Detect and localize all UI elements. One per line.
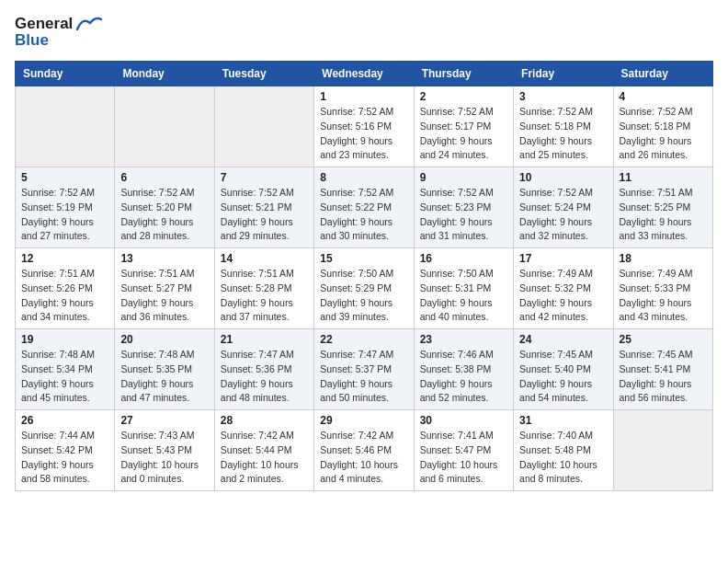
day-number: 26 xyxy=(21,414,108,427)
logo-bird-icon xyxy=(75,15,103,33)
calendar-cell: 23 Sunrise: 7:46 AMSunset: 5:38 PMDaylig… xyxy=(414,329,513,410)
calendar-cell: 3 Sunrise: 7:52 AMSunset: 5:18 PMDayligh… xyxy=(514,86,613,167)
calendar-cell: 17 Sunrise: 7:49 AMSunset: 5:32 PMDaylig… xyxy=(514,248,613,329)
day-info: Sunrise: 7:52 AMSunset: 5:22 PMDaylight:… xyxy=(320,186,407,244)
day-number: 16 xyxy=(420,252,507,265)
day-number: 1 xyxy=(320,90,407,103)
calendar-cell: 25 Sunrise: 7:45 AMSunset: 5:41 PMDaylig… xyxy=(613,329,712,410)
day-number: 28 xyxy=(221,414,308,427)
calendar-cell xyxy=(214,86,313,167)
calendar-cell: 1 Sunrise: 7:52 AMSunset: 5:16 PMDayligh… xyxy=(314,86,414,167)
day-number: 22 xyxy=(320,333,407,346)
calendar-week-row: 5 Sunrise: 7:52 AMSunset: 5:19 PMDayligh… xyxy=(16,167,713,248)
calendar-cell: 14 Sunrise: 7:51 AMSunset: 5:28 PMDaylig… xyxy=(214,248,313,329)
day-number: 2 xyxy=(420,90,507,103)
calendar-cell: 12 Sunrise: 7:51 AMSunset: 5:26 PMDaylig… xyxy=(16,248,115,329)
day-info: Sunrise: 7:43 AMSunset: 5:43 PMDaylight:… xyxy=(120,429,208,487)
day-number: 7 xyxy=(221,171,308,184)
calendar-cell: 13 Sunrise: 7:51 AMSunset: 5:27 PMDaylig… xyxy=(115,248,214,329)
day-number: 12 xyxy=(21,252,108,265)
day-number: 21 xyxy=(221,333,308,346)
calendar-cell: 30 Sunrise: 7:41 AMSunset: 5:47 PMDaylig… xyxy=(414,410,513,491)
day-info: Sunrise: 7:46 AMSunset: 5:38 PMDaylight:… xyxy=(420,348,507,406)
calendar-cell: 19 Sunrise: 7:48 AMSunset: 5:34 PMDaylig… xyxy=(16,329,115,410)
calendar-cell xyxy=(115,86,214,167)
calendar-cell: 18 Sunrise: 7:49 AMSunset: 5:33 PMDaylig… xyxy=(613,248,712,329)
calendar-week-row: 19 Sunrise: 7:48 AMSunset: 5:34 PMDaylig… xyxy=(16,329,713,410)
calendar-cell: 9 Sunrise: 7:52 AMSunset: 5:23 PMDayligh… xyxy=(414,167,513,248)
day-info: Sunrise: 7:44 AMSunset: 5:42 PMDaylight:… xyxy=(21,429,108,487)
calendar-cell: 2 Sunrise: 7:52 AMSunset: 5:17 PMDayligh… xyxy=(414,86,513,167)
day-number: 29 xyxy=(320,414,407,427)
day-info: Sunrise: 7:49 AMSunset: 5:33 PMDaylight:… xyxy=(620,267,707,325)
day-info: Sunrise: 7:47 AMSunset: 5:36 PMDaylight:… xyxy=(221,348,308,406)
calendar-cell: 8 Sunrise: 7:52 AMSunset: 5:22 PMDayligh… xyxy=(314,167,414,248)
calendar-week-row: 26 Sunrise: 7:44 AMSunset: 5:42 PMDaylig… xyxy=(16,410,713,491)
calendar-cell: 16 Sunrise: 7:50 AMSunset: 5:31 PMDaylig… xyxy=(414,248,513,329)
weekday-header-tuesday: Tuesday xyxy=(214,62,313,86)
weekday-header-saturday: Saturday xyxy=(613,62,712,86)
logo: General Blue xyxy=(15,15,103,50)
day-info: Sunrise: 7:51 AMSunset: 5:27 PMDaylight:… xyxy=(120,267,208,325)
day-number: 11 xyxy=(620,171,707,184)
day-number: 17 xyxy=(519,252,607,265)
calendar-cell: 7 Sunrise: 7:52 AMSunset: 5:21 PMDayligh… xyxy=(214,167,313,248)
day-info: Sunrise: 7:52 AMSunset: 5:16 PMDaylight:… xyxy=(320,105,407,163)
day-info: Sunrise: 7:50 AMSunset: 5:29 PMDaylight:… xyxy=(320,267,407,325)
day-number: 25 xyxy=(620,333,707,346)
logo-general: General xyxy=(15,15,73,33)
calendar-cell: 15 Sunrise: 7:50 AMSunset: 5:29 PMDaylig… xyxy=(314,248,414,329)
day-info: Sunrise: 7:51 AMSunset: 5:28 PMDaylight:… xyxy=(221,267,308,325)
day-info: Sunrise: 7:48 AMSunset: 5:35 PMDaylight:… xyxy=(120,348,208,406)
day-number: 23 xyxy=(420,333,507,346)
day-info: Sunrise: 7:51 AMSunset: 5:25 PMDaylight:… xyxy=(620,186,707,244)
calendar-cell: 10 Sunrise: 7:52 AMSunset: 5:24 PMDaylig… xyxy=(514,167,613,248)
calendar-cell: 31 Sunrise: 7:40 AMSunset: 5:48 PMDaylig… xyxy=(514,410,613,491)
day-info: Sunrise: 7:52 AMSunset: 5:19 PMDaylight:… xyxy=(21,186,108,244)
calendar-cell: 21 Sunrise: 7:47 AMSunset: 5:36 PMDaylig… xyxy=(214,329,313,410)
day-info: Sunrise: 7:52 AMSunset: 5:21 PMDaylight:… xyxy=(221,186,308,244)
day-number: 13 xyxy=(120,252,208,265)
day-info: Sunrise: 7:45 AMSunset: 5:40 PMDaylight:… xyxy=(519,348,607,406)
day-number: 5 xyxy=(21,171,108,184)
day-number: 8 xyxy=(320,171,407,184)
day-number: 9 xyxy=(420,171,507,184)
calendar-cell: 11 Sunrise: 7:51 AMSunset: 5:25 PMDaylig… xyxy=(613,167,712,248)
day-info: Sunrise: 7:42 AMSunset: 5:46 PMDaylight:… xyxy=(320,429,407,487)
calendar-cell: 28 Sunrise: 7:42 AMSunset: 5:44 PMDaylig… xyxy=(214,410,313,491)
calendar-body: 1 Sunrise: 7:52 AMSunset: 5:16 PMDayligh… xyxy=(16,86,713,491)
day-number: 31 xyxy=(519,414,607,427)
calendar-header-row: SundayMondayTuesdayWednesdayThursdayFrid… xyxy=(16,62,713,86)
day-info: Sunrise: 7:52 AMSunset: 5:17 PMDaylight:… xyxy=(420,105,507,163)
day-number: 20 xyxy=(120,333,208,346)
weekday-header-thursday: Thursday xyxy=(414,62,513,86)
page-header: General Blue xyxy=(15,15,713,50)
calendar-cell xyxy=(613,410,712,491)
weekday-header-monday: Monday xyxy=(115,62,214,86)
day-info: Sunrise: 7:52 AMSunset: 5:18 PMDaylight:… xyxy=(519,105,607,163)
logo-blue-text: Blue xyxy=(15,31,49,50)
weekday-header-friday: Friday xyxy=(514,62,613,86)
calendar-cell: 29 Sunrise: 7:42 AMSunset: 5:46 PMDaylig… xyxy=(314,410,414,491)
day-info: Sunrise: 7:40 AMSunset: 5:48 PMDaylight:… xyxy=(519,429,607,487)
day-info: Sunrise: 7:47 AMSunset: 5:37 PMDaylight:… xyxy=(320,348,407,406)
day-number: 6 xyxy=(120,171,208,184)
weekday-header-wednesday: Wednesday xyxy=(314,62,414,86)
day-number: 27 xyxy=(120,414,208,427)
day-number: 19 xyxy=(21,333,108,346)
calendar-table: SundayMondayTuesdayWednesdayThursdayFrid… xyxy=(15,61,713,491)
calendar-week-row: 1 Sunrise: 7:52 AMSunset: 5:16 PMDayligh… xyxy=(16,86,713,167)
calendar-cell: 22 Sunrise: 7:47 AMSunset: 5:37 PMDaylig… xyxy=(314,329,414,410)
day-number: 15 xyxy=(320,252,407,265)
calendar-cell: 20 Sunrise: 7:48 AMSunset: 5:35 PMDaylig… xyxy=(115,329,214,410)
day-info: Sunrise: 7:42 AMSunset: 5:44 PMDaylight:… xyxy=(221,429,308,487)
day-info: Sunrise: 7:52 AMSunset: 5:24 PMDaylight:… xyxy=(519,186,607,244)
day-number: 4 xyxy=(620,90,707,103)
calendar-cell: 26 Sunrise: 7:44 AMSunset: 5:42 PMDaylig… xyxy=(16,410,115,491)
day-number: 24 xyxy=(519,333,607,346)
day-number: 18 xyxy=(620,252,707,265)
calendar-cell: 4 Sunrise: 7:52 AMSunset: 5:18 PMDayligh… xyxy=(613,86,712,167)
day-info: Sunrise: 7:49 AMSunset: 5:32 PMDaylight:… xyxy=(519,267,607,325)
calendar-week-row: 12 Sunrise: 7:51 AMSunset: 5:26 PMDaylig… xyxy=(16,248,713,329)
calendar-cell: 27 Sunrise: 7:43 AMSunset: 5:43 PMDaylig… xyxy=(115,410,214,491)
